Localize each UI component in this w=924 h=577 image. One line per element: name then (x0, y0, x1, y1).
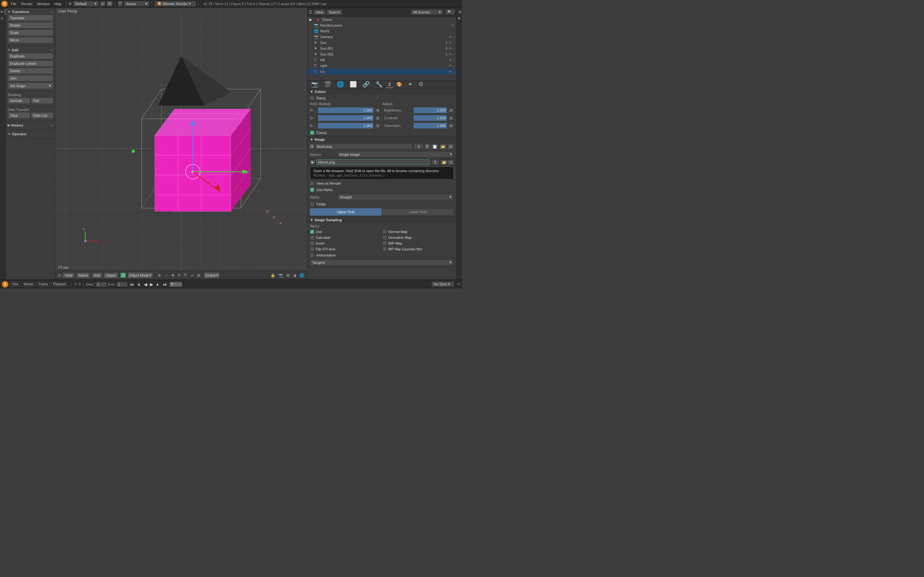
translate-btn[interactable]: Translate (8, 15, 53, 21)
tab-render[interactable]: 📷 (309, 81, 321, 88)
tab-constraints[interactable]: 🔗 (360, 81, 372, 88)
vp-icon-end-3[interactable]: ⊠ (286, 272, 291, 278)
alpha-dropdown[interactable]: Straight ▾ (338, 194, 454, 200)
select-menu-btn[interactable]: Select (76, 272, 90, 278)
outliner-sun002[interactable]: ☀ Sun.002 | 👁 ↕ (307, 51, 456, 57)
brightness-expand[interactable]: ✕ (449, 108, 454, 113)
tl-loop-icon[interactable]: ↺ (74, 282, 77, 286)
menu-render[interactable]: Render (19, 1, 35, 6)
tab-scene[interactable]: 🎬 (321, 81, 334, 88)
image-close-btn[interactable]: ✕ (448, 144, 454, 149)
image-open-btn[interactable]: 📂 (439, 144, 447, 149)
tl-current-frame[interactable] (170, 282, 182, 287)
renderlayers-eye[interactable]: 👁 (451, 23, 454, 27)
top-restrict[interactable]: ↕ (453, 69, 455, 73)
tab-physics[interactable]: ⚙ (416, 81, 426, 88)
vp-icon-end-4[interactable]: ◑ (292, 272, 297, 278)
tab-material[interactable]: 2 (386, 81, 393, 88)
duplicate-btn[interactable]: Duplicate (8, 53, 53, 59)
saturation-expand[interactable]: ✕ (449, 124, 454, 128)
fields-checkbox[interactable] (310, 202, 314, 206)
menu-window[interactable]: Window (35, 1, 52, 6)
workspace-dropdown[interactable]: Default▾ (73, 1, 99, 6)
sun002-type[interactable]: | (445, 52, 447, 56)
rotate-btn[interactable]: Rotate (8, 22, 53, 29)
vp-icon-end-2[interactable]: 📷 (278, 272, 284, 278)
flipxy-checkbox[interactable] (310, 247, 314, 251)
engine-dropdown[interactable]: 🎨 Blender Render ▾ (154, 1, 196, 6)
outliner-camera[interactable]: 📷 Camera 👁 ↕ (307, 34, 456, 40)
vtab-tools[interactable]: T (0, 9, 5, 15)
upper-first-btn[interactable]: Upper First (310, 208, 381, 215)
tab-world[interactable]: 🌐 (334, 81, 347, 88)
delete-btn[interactable]: Delete (8, 68, 53, 74)
colors-header[interactable]: ▼ Colors (307, 89, 456, 95)
use-checkbox[interactable] (310, 229, 314, 234)
contrast-slider[interactable]: 1.000 (413, 115, 447, 121)
tl-sync-icon[interactable]: ⏱ (78, 282, 81, 286)
sun-restrict[interactable]: ↕ (453, 41, 455, 45)
top-eye[interactable]: 👁 (449, 69, 452, 73)
right-eye[interactable]: 👁 (449, 64, 452, 68)
view-menu-btn[interactable]: View (63, 272, 75, 278)
contrast-expand[interactable]: ✕ (449, 116, 454, 120)
sun001-type[interactable]: | (445, 47, 447, 50)
scene-dropdown[interactable]: Scene▾ (124, 1, 150, 6)
object-mode-icon[interactable]: ⊙ (120, 272, 126, 278)
search-btn[interactable]: Search (326, 9, 342, 15)
workspace-add-btn[interactable]: + (100, 1, 105, 6)
filepath-browse-btn[interactable]: 📁 (441, 160, 447, 165)
saturation-slider[interactable]: 1.000 (413, 122, 447, 129)
sun002-eye[interactable]: 👁 (449, 52, 452, 56)
view-btn[interactable]: View (313, 9, 326, 15)
r-slider[interactable]: 1.000 (318, 107, 374, 113)
invert-checkbox[interactable] (310, 241, 314, 245)
global-dropdown[interactable]: Global▾ (204, 272, 220, 278)
operator-header[interactable]: ▼ Operator (8, 131, 53, 137)
vp-icon-end-1[interactable]: 🔒 (270, 272, 276, 278)
tl-start-field[interactable] (95, 282, 107, 287)
history-header[interactable]: ▶ History — (8, 122, 53, 128)
edge-btn-1[interactable]: ◀ (457, 9, 461, 15)
tl-step-back-btn[interactable]: ⏴ (136, 282, 142, 287)
vp-icon-end-5[interactable]: 🌐 (298, 272, 305, 278)
filepath-toggle[interactable]: ▶ (310, 160, 315, 165)
object-menu-btn[interactable]: Object (103, 272, 118, 278)
vp-icon-6[interactable]: ⇒ (190, 272, 195, 278)
g-expand[interactable]: ✕ (375, 116, 380, 120)
camera-restrict[interactable]: ↕ (453, 35, 455, 39)
vp-icon-4[interactable]: ⟳ (177, 272, 182, 278)
tl-skip-start-btn[interactable]: ⏮ (129, 282, 135, 287)
sun001-restrict[interactable]: ↕ (453, 47, 455, 50)
source-dropdown[interactable]: Single Image ▾ (338, 151, 454, 157)
tl-sync-dropdown[interactable]: No Sync ▾ (431, 282, 454, 287)
set-origin-btn[interactable]: Set Origin ▾ (8, 82, 53, 89)
normalmap-checkbox[interactable] (383, 229, 387, 234)
outliner-top[interactable]: ▽ top 👁 ↕ (307, 69, 456, 74)
tl-play-back-btn[interactable]: ◀ (143, 282, 148, 287)
timeline-view-btn[interactable]: View (10, 282, 21, 287)
left-eye[interactable]: 👁 (449, 58, 452, 62)
outliner-world[interactable]: 🌐 World (307, 28, 456, 34)
brightness-slider[interactable]: 1.000 (413, 107, 447, 113)
all-scenes-dropdown[interactable]: All Scenes▾ (411, 9, 443, 15)
image-sampling-header[interactable]: ▼ Image Sampling (307, 217, 456, 223)
data-btn[interactable]: Data (8, 112, 30, 119)
clamp-checkbox[interactable] (310, 131, 314, 135)
timeline-playback-btn[interactable]: Playback (51, 282, 68, 287)
use-alpha-checkbox[interactable] (310, 187, 314, 192)
derivmap-checkbox[interactable] (383, 235, 387, 240)
menu-file[interactable]: File (9, 1, 19, 6)
vp-icon-7[interactable]: ⊞ (196, 272, 201, 278)
camera-eye[interactable]: 👁 (449, 35, 452, 39)
mipmap-checkbox[interactable] (383, 241, 387, 245)
transform-header[interactable]: ▼ Transform — (8, 9, 53, 15)
data-lay-btn[interactable]: Data Lay (31, 112, 53, 119)
sun001-eye[interactable]: 👁 (449, 47, 452, 50)
outliner-right[interactable]: ▽ right 👁 ↕ (307, 63, 456, 69)
left-restrict[interactable]: ↕ (453, 58, 455, 62)
menu-help[interactable]: Help (52, 1, 63, 6)
mirror-btn[interactable]: Mirror (8, 37, 53, 43)
blender-logo[interactable]: B (1, 1, 8, 7)
tl-step-fwd-btn[interactable]: ⏵ (155, 282, 161, 287)
